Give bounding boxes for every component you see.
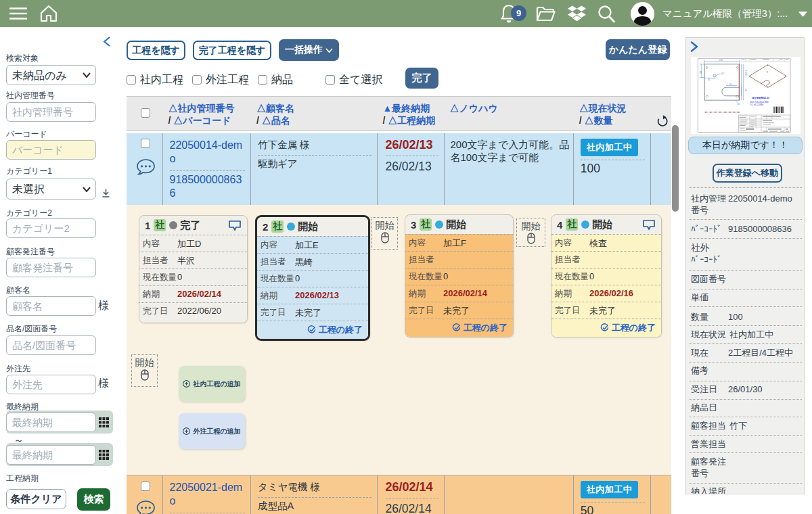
svg-text:⌀15: ⌀15 bbox=[721, 72, 725, 75]
svg-text:50: 50 bbox=[729, 83, 732, 86]
svg-text:受注管理RBD1-03: 受注管理RBD1-03 bbox=[752, 97, 770, 99]
svg-text:50: 50 bbox=[744, 89, 747, 91]
svg-text:30: 30 bbox=[708, 78, 710, 81]
svg-text:250: 250 bbox=[719, 59, 723, 62]
svg-text:60: 60 bbox=[699, 71, 702, 74]
svg-text:1.565: 1.565 bbox=[744, 70, 747, 76]
svg-text:45: 45 bbox=[738, 103, 740, 106]
svg-text:6.2 x45-22(M)6: 6.2 x45-22(M)6 bbox=[750, 103, 763, 106]
